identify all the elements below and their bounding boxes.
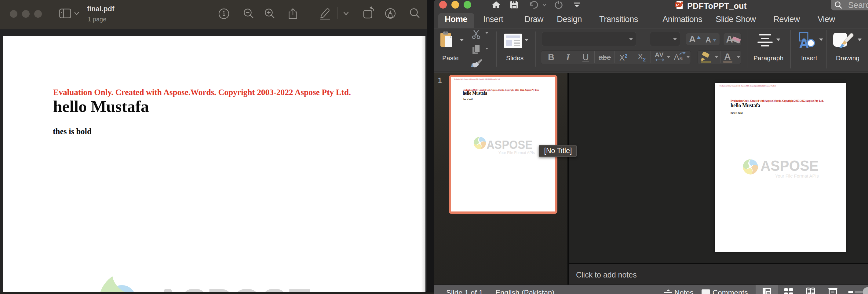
svg-text:P: P <box>676 3 679 7</box>
